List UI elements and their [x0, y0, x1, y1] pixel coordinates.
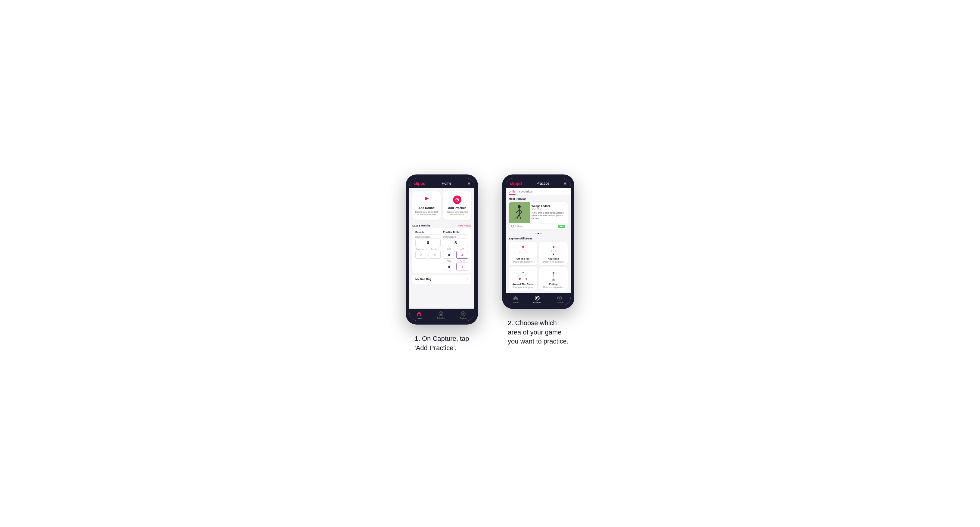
golfer-svg [512, 204, 527, 222]
putt-value: 4 [461, 265, 463, 268]
dot3 [540, 233, 542, 234]
phone2-container: clippd Practice ≡ Drills Favourites Most… [502, 175, 574, 346]
ott-label: OTT [443, 248, 455, 250]
arg-value: 0 [448, 265, 450, 268]
skill-areas-heading: Explore skill areas [509, 237, 568, 240]
ott-svg [516, 244, 530, 256]
add-round-card[interactable]: Add Round Record your shots fast or enha… [412, 191, 441, 220]
svg-point-11 [518, 205, 521, 208]
skill-ott[interactable]: Off The Tee Power and accuracy [509, 242, 537, 265]
tab-drills[interactable]: Drills [509, 190, 515, 195]
stats-grid: Rounds Rounds Capture 0 Tournament [415, 231, 468, 270]
skill-putting[interactable]: Putting Make and lag practice [539, 267, 568, 290]
app-label: APP [456, 248, 468, 250]
svg-point-29 [522, 271, 524, 273]
svg-line-16 [519, 214, 521, 219]
putting-icon-area [546, 270, 561, 281]
dot2 [538, 233, 539, 234]
approach-desc: Dial-in to hit the green [543, 261, 563, 263]
practice-value-box: 0 [429, 251, 441, 259]
tabs-row: Drills Favourites [506, 188, 571, 195]
practice-heading: Practice Drills [443, 231, 468, 235]
nav-capture[interactable]: Capture [460, 311, 467, 319]
atg-icon-area [515, 270, 531, 281]
tournament-value-box: 0 [415, 251, 427, 259]
svg-marker-1 [425, 197, 429, 200]
dot-indicators [506, 231, 571, 236]
ott-value: 0 [448, 254, 450, 257]
phone2-frame: clippd Practice ≡ Drills Favourites Most… [502, 175, 574, 309]
arg-label: ARG [443, 260, 455, 262]
nav-activities-label: Activities [437, 317, 445, 319]
drills-sub-stats2: ARG 0 PUTT 4 [443, 260, 468, 270]
add-practice-icon [452, 195, 462, 205]
putt-value-box: 4 [456, 263, 468, 270]
svg-line-22 [519, 247, 523, 254]
skill-atg[interactable]: Around The Green Hone your short game [509, 267, 537, 290]
ott-desc: Power and accuracy [514, 261, 533, 263]
drill-thumbnail [509, 202, 530, 223]
putting-desc: Make and lag practice [543, 286, 563, 288]
rounds-col: Rounds Rounds Capture 0 Tournament [415, 231, 441, 270]
ott-stat: OTT 0 [443, 248, 455, 259]
phone1-notch [430, 175, 454, 181]
add-practice-desc: Capture your practice off-the-course [445, 211, 469, 217]
atg-desc: Hone your short game [512, 286, 533, 288]
tab-favourites[interactable]: Favourites [519, 190, 533, 195]
add-practice-card[interactable]: Add Practice Capture your practice off-t… [443, 191, 471, 220]
capture-icon [460, 311, 466, 316]
svg-line-17 [515, 212, 522, 219]
practice-value: 0 [434, 254, 436, 257]
phone2-screen: clippd Practice ≡ Drills Favourites Most… [506, 178, 571, 305]
home2-icon [513, 295, 518, 301]
view-activity-link[interactable]: View Activity [458, 224, 471, 227]
drills-sub-stats: OTT 0 APP 4 [443, 248, 468, 259]
action-cards: Add Round Record your shots fast or enha… [409, 188, 474, 222]
ott-value-box: 0 [443, 251, 455, 259]
practice-circle-icon [453, 195, 461, 204]
rounds-capture-label: Rounds Capture [415, 236, 441, 238]
phone2-content: Most Popular [506, 195, 571, 293]
nav2-activities[interactable]: Activities [533, 295, 541, 303]
putt-stat: PUTT 4 [456, 260, 468, 270]
nav-activities[interactable]: Activities [437, 311, 445, 319]
practice-label: Practice [429, 248, 441, 250]
app-value: 4 [461, 254, 463, 257]
phone1-menu-icon[interactable]: ≡ [468, 181, 470, 186]
skill-areas-section: Explore skill areas [506, 236, 571, 293]
nav2-capture[interactable]: Capture [556, 295, 563, 303]
tournament-stat: Tournament 0 [415, 248, 427, 259]
add-round-title: Add Round [418, 206, 434, 210]
flag-svg [422, 195, 431, 204]
caption2: 2. Choose whicharea of your gameyou want… [508, 319, 568, 346]
star-icon[interactable]: ☆ [563, 204, 566, 207]
nav2-home[interactable]: Home [513, 295, 519, 303]
last3-title: Last 3 Months [412, 224, 431, 227]
clock-icon [511, 225, 514, 228]
practice-col: Practice Drills Drills Capture 8 OTT [443, 231, 468, 270]
approach-icon-area [546, 244, 561, 256]
dot1 [535, 233, 536, 234]
atg-title: Around The Green [512, 283, 533, 286]
approach-title: Approach [548, 257, 559, 260]
nav2-activities-label: Activities [533, 302, 541, 303]
nav-home[interactable]: Home [417, 311, 422, 319]
wedge-ladder-card[interactable]: ☆ Wedge Ladder 50–100 yds Play 1 shot at… [509, 202, 568, 230]
phone1-container: clippd Home ≡ [406, 175, 478, 353]
screenshots-row: clippd Home ≡ [406, 175, 574, 353]
phone2-menu-icon[interactable]: ≡ [564, 181, 566, 186]
drills-capture-label: Drills Capture [443, 236, 468, 238]
drills-capture-value: 8 [455, 240, 457, 245]
chevron-right-icon: › [467, 277, 468, 281]
drill-info: ☆ Wedge Ladder 50–100 yds Play 1 shot at… [530, 202, 568, 223]
mygolfbag-row[interactable]: My Golf Bag › [412, 275, 471, 284]
putt-label: PUTT [456, 260, 468, 262]
home-icon [417, 311, 422, 316]
most-popular-section: Most Popular [506, 195, 571, 231]
phone1-bottom-nav: Home Activities [409, 309, 474, 321]
phone1-screen: clippd Home ≡ [409, 178, 474, 321]
add-round-icon [422, 195, 431, 205]
drill-footer: 9 shots APP [509, 223, 568, 230]
skill-approach[interactable]: Approach Dial-in to hit the green [539, 242, 568, 265]
nav-capture-label: Capture [460, 317, 467, 319]
